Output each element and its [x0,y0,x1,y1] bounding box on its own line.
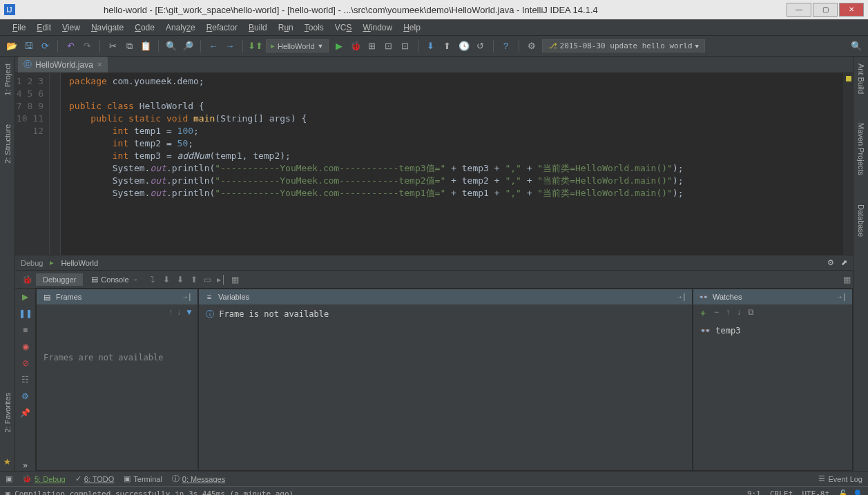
stop-icon[interactable]: ■ [20,324,31,336]
stop-icon[interactable]: ⊡ [383,40,395,52]
menu-tools[interactable]: Tools [299,23,329,32]
sync-icon[interactable]: ⟳ [39,40,51,52]
pause-icon[interactable]: ❚❚ [20,308,31,319]
warning-mark-icon[interactable] [846,76,851,81]
vcs-revert-icon[interactable]: ↺ [474,40,487,52]
code-editor[interactable]: 1 2 3 4 5 6 7 8 9 10 11 12 package com.y… [15,73,853,255]
watches-body: 👓 temp3 [693,322,852,470]
line-separator[interactable]: CRLF‡ [770,489,793,495]
encoding[interactable]: UTF-8‡ [802,489,829,495]
hide-icon[interactable]: ⬈ [841,258,847,267]
drop-frame-icon[interactable]: ▭ [202,273,214,286]
database-tool-tab[interactable]: Database [857,200,865,241]
run-to-cursor-icon[interactable]: ▸│ [215,273,228,286]
close-button[interactable]: ✕ [839,3,864,17]
favorites-tool-tab[interactable]: 2: Favorites [3,389,12,436]
evaluate-icon[interactable]: ▦ [229,273,242,286]
vcs-update-icon[interactable]: ⬇ [425,40,437,52]
more-icon[interactable]: » [20,460,31,471]
vcs-branch-selector[interactable]: ⎇ 2015-08-30 update hello world ▼ [542,39,705,52]
window-icon[interactable]: ▣ [6,474,12,483]
collapse-icon[interactable]: →│ [182,293,192,300]
menu-edit[interactable]: Edit [31,23,57,32]
maven-tool-tab[interactable]: Maven Projects [857,119,865,179]
editor-tab[interactable]: ⓒ HelloWorld.java ✕ [18,57,108,72]
replace-icon[interactable]: 🔎 [182,40,194,52]
menu-navigate[interactable]: Navigate [86,23,129,32]
coverage-icon[interactable]: ⊞ [366,40,378,52]
ant-build-tool-tab[interactable]: Ant Build [857,59,865,98]
prev-frame-icon[interactable]: ↑ [168,307,173,317]
settings-icon[interactable]: ⚙ [20,391,31,402]
run-config-selector[interactable]: ▸ HelloWorld ▼ [266,39,329,52]
cut-icon[interactable]: ✂ [106,40,119,52]
gear-icon[interactable]: ⚙ [827,258,834,267]
debugger-tab[interactable]: Debugger [36,273,83,286]
attach-icon[interactable]: ⊡ [399,40,412,52]
menu-help[interactable]: Help [398,23,426,32]
cursor-position[interactable]: 9:1 [747,489,761,495]
copy-watch-icon[interactable]: ⧉ [748,307,754,319]
code-content[interactable]: package com.youmeek.demo; public class H… [61,73,853,255]
redo-icon[interactable]: ↷ [81,40,93,52]
up-icon[interactable]: ↑ [726,307,730,319]
maximize-button[interactable]: ▢ [813,3,838,17]
step-into-icon[interactable]: ⬇ [160,273,173,286]
undo-icon[interactable]: ↶ [64,40,77,52]
force-step-into-icon[interactable]: ⬇ [174,273,186,286]
back-icon[interactable]: ← [207,40,220,52]
lock-icon[interactable]: 🔓 [838,489,848,495]
event-log-tab[interactable]: ☰ Event Log [818,474,862,483]
menu-analyze[interactable]: Analyze [160,23,201,32]
filter-icon[interactable]: ▼ [185,307,193,317]
paste-icon[interactable]: 📋 [139,40,152,52]
collapse-icon[interactable]: →│ [676,293,686,300]
search-everywhere-icon[interactable]: 🔍 [850,40,862,52]
watch-item[interactable]: temp3 [715,326,740,336]
copy-icon[interactable]: ⧉ [123,40,135,52]
forward-icon[interactable]: → [224,40,236,52]
rerun-icon[interactable]: ▶ [20,291,31,302]
mute-breakpoints-icon[interactable]: ⊘ [20,358,31,369]
settings-icon[interactable]: ⚙ [525,40,538,52]
menu-file[interactable]: File [7,23,31,32]
debug-tool-tab[interactable]: 🐞 5: Debug [22,474,66,483]
inspector-icon[interactable]: 👤 [853,489,862,495]
structure-tool-tab[interactable]: 2: Structure [3,120,12,168]
make-icon[interactable]: ⬇⬆ [249,40,262,52]
add-watch-icon[interactable]: ＋ [699,307,707,319]
pin-icon[interactable]: 📌 [20,407,31,418]
menu-refactor[interactable]: Refactor [201,23,243,32]
menu-code[interactable]: Code [129,23,160,32]
menu-build[interactable]: Build [243,23,273,32]
collapse-icon[interactable]: →│ [836,293,847,300]
find-icon[interactable]: 🔍 [165,40,177,52]
console-tab[interactable]: ▤ Console → [84,273,144,286]
step-out-icon[interactable]: ⬆ [188,273,200,286]
dump-icon[interactable]: ☷ [20,374,31,385]
run-icon[interactable]: ▶ [333,40,345,52]
menu-view[interactable]: View [57,23,86,32]
todo-tool-tab[interactable]: ✓ 6: TODO [75,474,115,483]
messages-tool-tab[interactable]: ⓘ 0: Messages [172,474,225,484]
project-tool-tab[interactable]: 1: Project [3,59,12,99]
close-tab-icon[interactable]: ✕ [97,61,102,68]
terminal-tool-tab[interactable]: ▣ Terminal [124,474,162,483]
help-icon[interactable]: ? [500,40,512,52]
minimize-button[interactable]: — [787,3,811,17]
menu-vcs[interactable]: VCS [329,23,358,32]
save-icon[interactable]: 🖫 [22,40,35,52]
remove-watch-icon[interactable]: − [714,307,719,319]
vcs-commit-icon[interactable]: ⬆ [441,40,454,52]
menu-run[interactable]: Run [273,23,299,32]
layout-icon[interactable]: ▦ [840,273,853,286]
down-icon[interactable]: ↓ [737,307,741,319]
menu-window[interactable]: Window [357,23,398,32]
step-over-icon[interactable]: ⤵ [146,273,159,286]
vcs-history-icon[interactable]: 🕓 [458,40,470,52]
open-icon[interactable]: 📂 [6,40,18,52]
error-stripe[interactable] [843,73,853,255]
view-breakpoints-icon[interactable]: ◉ [20,341,31,352]
next-frame-icon[interactable]: ↓ [177,307,181,317]
debug-icon[interactable]: 🐞 [349,40,362,52]
